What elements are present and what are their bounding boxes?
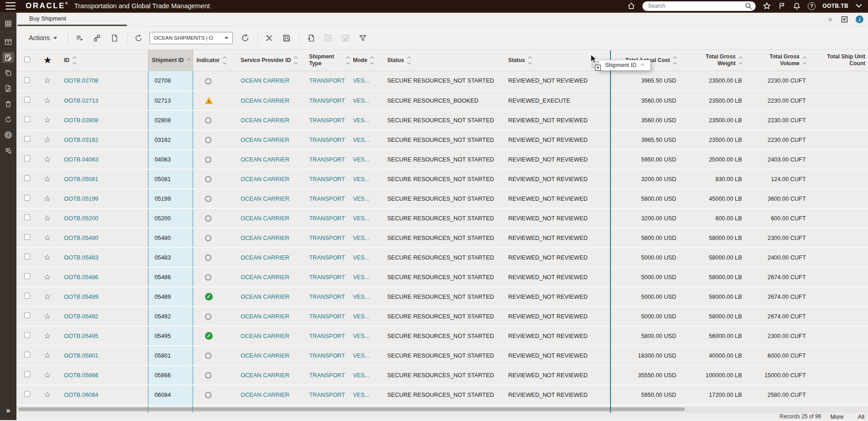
service-provider-link[interactable]: OCEAN CARRIER xyxy=(241,117,289,124)
shipment-id-link[interactable]: OOTB.02713 xyxy=(64,97,98,104)
mode-link[interactable]: VES... xyxy=(353,313,369,320)
finalize-actions-icon[interactable] xyxy=(841,16,848,23)
table-row[interactable]: ☆ OOTB.05866 05866 OCEAN CARRIER TRANSPO… xyxy=(16,365,868,385)
service-provider-link[interactable]: OCEAN CARRIER xyxy=(241,234,289,241)
col-header-total-gross-volume[interactable]: Total Gross Volume xyxy=(753,53,800,67)
sort-icon[interactable] xyxy=(73,57,76,64)
shipment-type-link[interactable]: TRANSPORT xyxy=(309,333,345,339)
service-provider-link[interactable]: OCEAN CARRIER xyxy=(241,97,289,104)
shipment-id-link[interactable]: OOTB.05492 xyxy=(64,313,98,320)
table-row[interactable]: ☆ OOTB.05801 05801 OCEAN CARRIER TRANSPO… xyxy=(16,346,868,365)
window-icon[interactable] xyxy=(2,36,14,47)
new-document-icon[interactable] xyxy=(108,31,121,45)
row-favorite-icon[interactable]: ☆ xyxy=(44,76,51,85)
service-provider-link[interactable]: OCEAN CARRIER xyxy=(241,372,289,379)
table-row[interactable]: ☆ OOTB.05486 05486 OCEAN CARRIER TRANSPO… xyxy=(16,267,868,287)
mode-link[interactable]: VES... xyxy=(353,352,369,359)
table-settings-icon[interactable] xyxy=(73,31,87,45)
shipment-type-link[interactable]: TRANSPORT xyxy=(309,234,345,241)
sidebar-expand-chevrons[interactable]: » xyxy=(0,406,16,415)
row-checkbox[interactable] xyxy=(24,116,30,122)
actions-menu-button[interactable]: Actions xyxy=(29,34,57,42)
table-row[interactable]: ☆ OOTB.06084 06084 OCEAN CARRIER TRANSPO… xyxy=(16,385,868,405)
shipment-id-link[interactable]: OOTB.05801 xyxy=(64,352,98,359)
service-provider-link[interactable]: OCEAN CARRIER xyxy=(241,313,289,320)
mode-link[interactable]: VES... xyxy=(353,176,369,182)
shipment-type-link[interactable]: TRANSPORT xyxy=(309,136,345,143)
sort-icon[interactable] xyxy=(371,57,374,64)
tools-icon[interactable] xyxy=(263,31,276,45)
shipment-type-link[interactable]: TRANSPORT xyxy=(309,176,345,182)
info-icon[interactable]: i xyxy=(856,16,863,23)
col-header-id[interactable]: ID xyxy=(64,57,69,64)
shipment-type-link[interactable]: TRANSPORT xyxy=(309,391,345,398)
shipment-id-link[interactable]: OOTB.05200 xyxy=(64,215,98,222)
shipment-id-link[interactable]: OOTB.05495 xyxy=(64,333,98,339)
table-row[interactable]: ☆ OOTB.05081 05081 OCEAN CARRIER TRANSPO… xyxy=(16,169,868,189)
row-favorite-icon[interactable]: ☆ xyxy=(44,273,51,281)
mode-link[interactable]: VES... xyxy=(353,195,369,202)
menu-icon[interactable] xyxy=(5,2,16,10)
chevron-down-icon[interactable] xyxy=(855,3,863,9)
mode-link[interactable]: VES... xyxy=(353,136,369,143)
row-favorite-icon[interactable]: ☆ xyxy=(44,390,51,399)
shipment-id-link[interactable]: OOTB.05489 xyxy=(64,293,98,300)
flag-icon[interactable] xyxy=(778,2,786,10)
service-provider-link[interactable]: OCEAN CARRIER xyxy=(241,215,289,222)
row-favorite-icon[interactable]: ☆ xyxy=(44,214,51,223)
workbench-grid-icon[interactable] xyxy=(2,18,14,29)
row-checkbox[interactable] xyxy=(24,352,30,358)
col-header-status-secure[interactable]: Status xyxy=(387,57,404,64)
shipment-type-link[interactable]: TRANSPORT xyxy=(309,195,345,202)
mode-link[interactable]: VES... xyxy=(353,97,369,104)
refresh-icon[interactable] xyxy=(238,31,252,45)
mode-link[interactable]: VES... xyxy=(353,372,369,379)
shipment-id-link[interactable]: OOTB.02708 xyxy=(64,77,98,84)
sort-asc-icon[interactable] xyxy=(188,59,190,62)
mode-link[interactable]: VES... xyxy=(353,234,369,241)
shipment-id-link[interactable]: OOTB.02808 xyxy=(64,117,98,124)
global-search[interactable] xyxy=(642,1,756,11)
shipment-id-link[interactable]: OOTB.04063 xyxy=(64,156,98,163)
row-favorite-icon[interactable]: ☆ xyxy=(44,351,51,360)
related-objects-icon[interactable] xyxy=(90,31,104,45)
select-all-checkbox[interactable] xyxy=(24,57,30,62)
table-row[interactable]: ☆ OOTB.05480 05480 OCEAN CARRIER TRANSPO… xyxy=(16,228,868,248)
search-input[interactable] xyxy=(648,3,745,9)
shipment-type-link[interactable]: TRANSPORT xyxy=(309,274,345,281)
shipment-id-link[interactable]: OOTB.06084 xyxy=(64,391,98,398)
shipment-id-link[interactable]: OOTB.03162 xyxy=(64,136,98,143)
shipment-id-link[interactable]: OOTB.05866 xyxy=(64,372,98,379)
shipment-type-link[interactable]: TRANSPORT xyxy=(309,97,345,104)
table-row[interactable]: ☆ OOTB.02713 02713 ! OCEAN CARRIER TRANS… xyxy=(16,91,868,110)
scrollbar-thumb[interactable] xyxy=(18,407,685,411)
sort-icon[interactable] xyxy=(408,57,410,64)
help-icon[interactable]: ? xyxy=(808,2,815,10)
favorite-header-icon[interactable]: ★ xyxy=(44,56,51,65)
mode-link[interactable]: VES... xyxy=(353,254,369,261)
row-checkbox[interactable] xyxy=(24,136,30,142)
table-row[interactable]: ☆ OOTB.02708 02708 OCEAN CARRIER TRANSPO… xyxy=(16,71,868,91)
mode-link[interactable]: VES... xyxy=(353,117,369,124)
table-row[interactable]: ☆ OOTB.05200 05200 OCEAN CARRIER TRANSPO… xyxy=(16,208,868,228)
collapse-icon[interactable] xyxy=(827,16,833,22)
col-header-mode[interactable]: Mode xyxy=(353,57,367,64)
service-provider-link[interactable]: OCEAN CARRIER xyxy=(241,391,289,398)
table-row[interactable]: ☆ OOTB.05483 05483 OCEAN CARRIER TRANSPO… xyxy=(16,248,868,267)
shipment-type-link[interactable]: TRANSPORT xyxy=(309,156,345,163)
row-checkbox[interactable] xyxy=(24,175,30,181)
row-favorite-icon[interactable]: ☆ xyxy=(44,175,51,183)
row-favorite-icon[interactable]: ☆ xyxy=(44,292,51,301)
shipment-id-link[interactable]: OOTB.05199 xyxy=(64,195,98,202)
col-header-indicator[interactable]: Indicator xyxy=(197,57,220,64)
filter-icon[interactable] xyxy=(356,31,370,45)
row-checkbox[interactable] xyxy=(24,332,30,338)
service-provider-link[interactable]: OCEAN CARRIER xyxy=(241,352,289,359)
shipment-type-link[interactable]: TRANSPORT xyxy=(309,313,345,320)
saved-query-select[interactable]: OCEAN SHIPMENTS | O xyxy=(149,32,233,44)
table-row[interactable]: ☆ OOTB.05492 05492 OCEAN CARRIER TRANSPO… xyxy=(16,307,868,326)
service-provider-link[interactable]: OCEAN CARRIER xyxy=(241,274,289,281)
col-header-shipment-type[interactable]: Shipment Type xyxy=(309,53,343,67)
col-header-status-reviewed[interactable]: Status xyxy=(508,57,525,64)
col-header-shipment-id[interactable]: Shipment ID xyxy=(152,57,184,64)
